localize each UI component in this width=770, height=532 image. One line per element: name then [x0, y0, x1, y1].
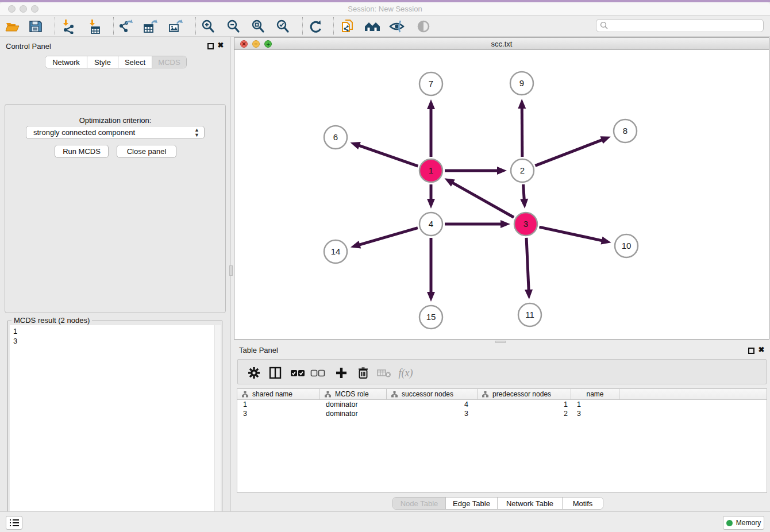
cell-name[interactable]: 1 — [571, 400, 619, 409]
import-table-button[interactable] — [87, 18, 103, 34]
memory-status-icon — [726, 520, 733, 526]
graph-edge-2-3[interactable] — [523, 184, 525, 200]
zoom-out-button[interactable] — [225, 18, 241, 34]
deselect-all-button[interactable] — [309, 364, 326, 381]
control-panel-close-icon[interactable]: ✖ — [216, 41, 225, 50]
save-session-button[interactable] — [28, 18, 44, 34]
tab-motifs[interactable]: Motifs — [563, 498, 603, 509]
zoom-fit-button[interactable] — [250, 18, 266, 34]
status-bar: Memory — [0, 511, 770, 532]
graph-edge-2-9[interactable] — [522, 107, 522, 157]
cell-predecessor-nodes[interactable]: 1 — [478, 400, 571, 409]
run-mcds-button[interactable]: Run MCDS — [55, 145, 109, 158]
edge-arrowhead — [525, 290, 533, 299]
delete-table-icon — [377, 366, 392, 380]
tab-node-table[interactable]: Node Table — [393, 498, 446, 509]
import-network-button[interactable] — [60, 18, 76, 34]
cell-predecessor-nodes[interactable]: 2 — [478, 409, 571, 418]
zoom-in-button[interactable] — [200, 18, 216, 34]
export-network-button[interactable] — [117, 18, 133, 34]
table-settings-button[interactable] — [245, 364, 263, 381]
tab-select[interactable]: Select — [118, 56, 152, 68]
hide-selected-button[interactable] — [389, 18, 405, 34]
table-panel-float-icon[interactable] — [748, 348, 754, 354]
column-header-predecessor-nodes[interactable]: predecessor nodes — [478, 389, 571, 399]
column-header-shared-name[interactable]: shared name — [237, 389, 320, 399]
select-all-button[interactable] — [289, 364, 306, 381]
control-panel-float-icon[interactable] — [207, 43, 214, 49]
graph-edge-3-11[interactable] — [526, 238, 529, 291]
cell-name[interactable]: 3 — [571, 409, 619, 418]
horizontal-splitter[interactable] — [234, 340, 769, 344]
graph-edge-3-10[interactable] — [539, 227, 603, 241]
dev-panel-button[interactable] — [6, 516, 22, 530]
cell-successor-nodes[interactable]: 3 — [387, 409, 478, 418]
cell-mcds-role[interactable]: dominator — [320, 409, 387, 418]
cell-shared-name[interactable]: 3 — [237, 409, 320, 418]
graph-node-1[interactable]: 1 — [419, 159, 442, 182]
cell-mcds-role[interactable]: dominator — [320, 400, 387, 409]
table-panel-close-icon[interactable]: ✖ — [757, 345, 766, 354]
column-header-successor-nodes[interactable]: successor nodes — [387, 389, 478, 399]
tab-mcds[interactable]: MCDS — [152, 56, 186, 68]
tab-network[interactable]: Network — [45, 56, 87, 68]
panel-splitter-handle[interactable] — [229, 265, 233, 276]
open-file-button[interactable] — [5, 18, 21, 34]
cell-successor-nodes[interactable]: 4 — [387, 400, 478, 409]
graph-node-10[interactable]: 10 — [615, 234, 638, 257]
graph-node-15[interactable]: 15 — [419, 306, 442, 329]
graph-edge-2-8[interactable] — [535, 140, 602, 165]
network-graph[interactable]: 1234678910111415 — [234, 50, 769, 339]
tab-style[interactable]: Style — [87, 56, 118, 68]
cell-shared-name[interactable]: 1 — [237, 400, 320, 409]
table-toolbar: f(x) — [237, 359, 767, 384]
graph-edge-3-1[interactable] — [452, 183, 514, 218]
zoom-selected-button[interactable] — [275, 18, 291, 34]
tab-edge-table[interactable]: Edge Table — [446, 498, 498, 509]
function-builder-button[interactable]: f(x) — [397, 364, 414, 381]
graph-edge-4-14[interactable] — [359, 228, 418, 245]
control-panel-title: Control Panel — [6, 42, 51, 51]
delete-column-button[interactable] — [355, 364, 372, 381]
graph-node-8[interactable]: 8 — [614, 119, 637, 142]
graph-node-6[interactable]: 6 — [324, 126, 347, 149]
graph-node-14[interactable]: 14 — [324, 240, 347, 263]
neighborhood-button[interactable] — [364, 18, 380, 34]
zoom-selected-icon — [275, 19, 290, 34]
optimization-criterion-select[interactable]: strongly connected component ▲▼ — [26, 126, 205, 139]
export-table-button[interactable] — [143, 18, 159, 34]
apply-layout-button[interactable] — [307, 18, 324, 34]
network-window-titlebar[interactable]: ✕ − ＋ scc.txt — [234, 38, 769, 50]
graph-node-3[interactable]: 3 — [514, 213, 537, 236]
open-folder-icon — [5, 19, 20, 34]
search-field[interactable] — [596, 19, 764, 32]
result-scrollbar[interactable] — [214, 325, 221, 532]
graph-edge-1-6[interactable] — [359, 145, 418, 166]
column-type-icon — [325, 391, 331, 398]
window-titlebar[interactable]: Session: New Session — [0, 2, 770, 16]
horizontal-splitter-handle[interactable] — [495, 341, 506, 343]
close-panel-button[interactable]: Close panel — [117, 145, 176, 158]
table-row[interactable]: 1 dominator 4 1 1 — [237, 400, 767, 409]
graph-node-9[interactable]: 9 — [510, 72, 533, 95]
network-view-window: ✕ − ＋ scc.txt 1234678910111415 — [234, 37, 769, 340]
network-canvas[interactable]: 1234678910111415 — [234, 50, 769, 339]
column-header-mcds-role[interactable]: MCDS role — [320, 389, 387, 399]
mcds-result-textarea[interactable]: 13 — [10, 325, 221, 532]
delete-table-button[interactable] — [376, 364, 393, 381]
export-image-button[interactable] — [168, 18, 184, 34]
duplicate-network-button[interactable] — [340, 18, 356, 34]
graph-node-7[interactable]: 7 — [419, 72, 442, 95]
show-hidden-button[interactable] — [415, 18, 432, 34]
graph-node-11[interactable]: 11 — [518, 303, 541, 326]
graph-node-2[interactable]: 2 — [511, 159, 534, 182]
column-layout-button[interactable] — [267, 364, 284, 381]
table-row[interactable]: 3 dominator 3 2 3 — [237, 409, 767, 418]
export-image-icon — [168, 19, 183, 34]
graph-node-4[interactable]: 4 — [419, 213, 442, 236]
search-input[interactable] — [609, 20, 763, 31]
add-column-button[interactable] — [333, 364, 350, 381]
memory-button[interactable]: Memory — [723, 516, 764, 530]
tab-network-table[interactable]: Network Table — [498, 498, 563, 509]
column-header-name[interactable]: name — [571, 389, 619, 399]
